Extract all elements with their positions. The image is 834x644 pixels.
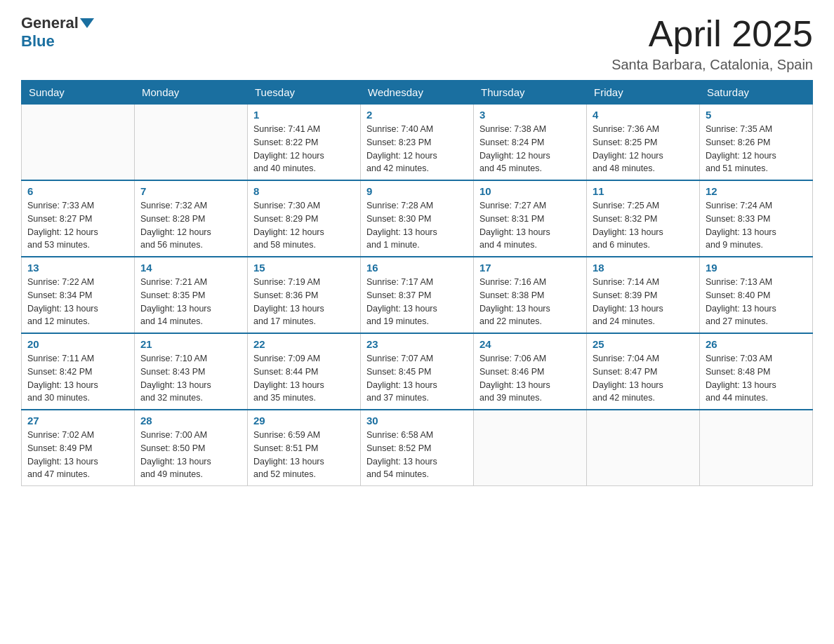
day-number: 19 xyxy=(706,262,807,274)
day-number: 4 xyxy=(593,109,694,121)
day-info: Sunrise: 6:59 AM Sunset: 8:51 PM Dayligh… xyxy=(253,429,355,481)
day-info: Sunrise: 7:22 AM Sunset: 8:34 PM Dayligh… xyxy=(27,276,128,328)
day-number: 12 xyxy=(706,185,807,197)
calendar-header-thursday: Thursday xyxy=(474,81,587,105)
day-number: 23 xyxy=(366,338,468,350)
calendar-cell: 7Sunrise: 7:32 AM Sunset: 8:28 PM Daylig… xyxy=(135,180,248,257)
calendar-cell xyxy=(700,410,813,486)
day-number: 1 xyxy=(253,109,355,121)
calendar-week-row: 1Sunrise: 7:41 AM Sunset: 8:22 PM Daylig… xyxy=(22,105,813,181)
calendar-cell: 23Sunrise: 7:07 AM Sunset: 8:45 PM Dayli… xyxy=(361,333,474,410)
day-info: Sunrise: 7:06 AM Sunset: 8:46 PM Dayligh… xyxy=(479,352,581,405)
calendar-cell: 8Sunrise: 7:30 AM Sunset: 8:29 PM Daylig… xyxy=(248,180,361,257)
day-info: Sunrise: 7:02 AM Sunset: 8:49 PM Dayligh… xyxy=(27,429,128,481)
day-number: 10 xyxy=(479,185,581,197)
day-info: Sunrise: 7:38 AM Sunset: 8:24 PM Dayligh… xyxy=(479,123,581,175)
calendar-cell: 10Sunrise: 7:27 AM Sunset: 8:31 PM Dayli… xyxy=(474,180,587,257)
logo-arrow-icon xyxy=(80,18,94,28)
day-number: 5 xyxy=(706,109,807,121)
day-info: Sunrise: 7:19 AM Sunset: 8:36 PM Dayligh… xyxy=(253,276,355,328)
calendar-cell: 9Sunrise: 7:28 AM Sunset: 8:30 PM Daylig… xyxy=(361,180,474,257)
month-title: April 2025 xyxy=(611,14,813,54)
day-number: 29 xyxy=(253,415,355,427)
calendar-header-monday: Monday xyxy=(135,81,248,105)
day-number: 9 xyxy=(366,185,468,197)
calendar-cell: 11Sunrise: 7:25 AM Sunset: 8:32 PM Dayli… xyxy=(587,180,700,257)
day-info: Sunrise: 7:27 AM Sunset: 8:31 PM Dayligh… xyxy=(479,199,581,252)
calendar-week-row: 27Sunrise: 7:02 AM Sunset: 8:49 PM Dayli… xyxy=(22,410,813,486)
day-number: 2 xyxy=(366,109,468,121)
calendar-table: SundayMondayTuesdayWednesdayThursdayFrid… xyxy=(21,80,813,486)
day-number: 18 xyxy=(593,262,694,274)
day-number: 28 xyxy=(140,415,241,427)
calendar-cell: 18Sunrise: 7:14 AM Sunset: 8:39 PM Dayli… xyxy=(587,257,700,333)
calendar-header-friday: Friday xyxy=(587,81,700,105)
page-header: General Blue April 2025 Santa Barbara, C… xyxy=(21,14,813,73)
calendar-cell: 26Sunrise: 7:03 AM Sunset: 8:48 PM Dayli… xyxy=(700,333,813,410)
day-number: 3 xyxy=(479,109,581,121)
day-number: 21 xyxy=(140,338,241,350)
location-subtitle: Santa Barbara, Catalonia, Spain xyxy=(611,57,813,73)
calendar-cell: 25Sunrise: 7:04 AM Sunset: 8:47 PM Dayli… xyxy=(587,333,700,410)
calendar-cell: 16Sunrise: 7:17 AM Sunset: 8:37 PM Dayli… xyxy=(361,257,474,333)
calendar-header-saturday: Saturday xyxy=(700,81,813,105)
calendar-cell: 24Sunrise: 7:06 AM Sunset: 8:46 PM Dayli… xyxy=(474,333,587,410)
day-info: Sunrise: 7:35 AM Sunset: 8:26 PM Dayligh… xyxy=(706,123,807,175)
day-number: 30 xyxy=(366,415,468,427)
calendar-header-tuesday: Tuesday xyxy=(248,81,361,105)
calendar-cell: 27Sunrise: 7:02 AM Sunset: 8:49 PM Dayli… xyxy=(22,410,135,486)
day-info: Sunrise: 7:28 AM Sunset: 8:30 PM Dayligh… xyxy=(366,199,468,252)
day-number: 17 xyxy=(479,262,581,274)
day-info: Sunrise: 7:04 AM Sunset: 8:47 PM Dayligh… xyxy=(593,352,694,405)
day-number: 14 xyxy=(140,262,241,274)
calendar-cell: 6Sunrise: 7:33 AM Sunset: 8:27 PM Daylig… xyxy=(22,180,135,257)
day-info: Sunrise: 7:25 AM Sunset: 8:32 PM Dayligh… xyxy=(593,199,694,252)
logo: General Blue xyxy=(21,14,95,51)
day-number: 11 xyxy=(593,185,694,197)
calendar-cell: 22Sunrise: 7:09 AM Sunset: 8:44 PM Dayli… xyxy=(248,333,361,410)
calendar-cell: 30Sunrise: 6:58 AM Sunset: 8:52 PM Dayli… xyxy=(361,410,474,486)
calendar-cell: 17Sunrise: 7:16 AM Sunset: 8:38 PM Dayli… xyxy=(474,257,587,333)
calendar-header-wednesday: Wednesday xyxy=(361,81,474,105)
calendar-cell xyxy=(474,410,587,486)
calendar-cell: 20Sunrise: 7:11 AM Sunset: 8:42 PM Dayli… xyxy=(22,333,135,410)
day-number: 16 xyxy=(366,262,468,274)
day-info: Sunrise: 7:30 AM Sunset: 8:29 PM Dayligh… xyxy=(253,199,355,252)
calendar-cell: 21Sunrise: 7:10 AM Sunset: 8:43 PM Dayli… xyxy=(135,333,248,410)
logo-general-text: General xyxy=(21,14,79,32)
day-info: Sunrise: 7:32 AM Sunset: 8:28 PM Dayligh… xyxy=(140,199,241,252)
calendar-cell: 13Sunrise: 7:22 AM Sunset: 8:34 PM Dayli… xyxy=(22,257,135,333)
calendar-cell: 15Sunrise: 7:19 AM Sunset: 8:36 PM Dayli… xyxy=(248,257,361,333)
calendar-cell xyxy=(135,105,248,181)
title-section: April 2025 Santa Barbara, Catalonia, Spa… xyxy=(611,14,813,73)
day-info: Sunrise: 7:03 AM Sunset: 8:48 PM Dayligh… xyxy=(706,352,807,405)
calendar-header-row: SundayMondayTuesdayWednesdayThursdayFrid… xyxy=(22,81,813,105)
day-info: Sunrise: 7:41 AM Sunset: 8:22 PM Dayligh… xyxy=(253,123,355,175)
day-info: Sunrise: 7:09 AM Sunset: 8:44 PM Dayligh… xyxy=(253,352,355,405)
calendar-cell: 14Sunrise: 7:21 AM Sunset: 8:35 PM Dayli… xyxy=(135,257,248,333)
day-info: Sunrise: 7:16 AM Sunset: 8:38 PM Dayligh… xyxy=(479,276,581,328)
calendar-cell: 1Sunrise: 7:41 AM Sunset: 8:22 PM Daylig… xyxy=(248,105,361,181)
calendar-week-row: 20Sunrise: 7:11 AM Sunset: 8:42 PM Dayli… xyxy=(22,333,813,410)
calendar-cell: 4Sunrise: 7:36 AM Sunset: 8:25 PM Daylig… xyxy=(587,105,700,181)
day-info: Sunrise: 7:33 AM Sunset: 8:27 PM Dayligh… xyxy=(27,199,128,252)
calendar-cell: 29Sunrise: 6:59 AM Sunset: 8:51 PM Dayli… xyxy=(248,410,361,486)
calendar-cell: 5Sunrise: 7:35 AM Sunset: 8:26 PM Daylig… xyxy=(700,105,813,181)
day-info: Sunrise: 7:21 AM Sunset: 8:35 PM Dayligh… xyxy=(140,276,241,328)
calendar-cell xyxy=(22,105,135,181)
calendar-cell: 12Sunrise: 7:24 AM Sunset: 8:33 PM Dayli… xyxy=(700,180,813,257)
day-info: Sunrise: 7:13 AM Sunset: 8:40 PM Dayligh… xyxy=(706,276,807,328)
calendar-cell: 28Sunrise: 7:00 AM Sunset: 8:50 PM Dayli… xyxy=(135,410,248,486)
day-number: 15 xyxy=(253,262,355,274)
calendar-cell: 3Sunrise: 7:38 AM Sunset: 8:24 PM Daylig… xyxy=(474,105,587,181)
day-info: Sunrise: 7:24 AM Sunset: 8:33 PM Dayligh… xyxy=(706,199,807,252)
day-number: 6 xyxy=(27,185,128,197)
day-info: Sunrise: 7:07 AM Sunset: 8:45 PM Dayligh… xyxy=(366,352,468,405)
day-number: 20 xyxy=(27,338,128,350)
day-info: Sunrise: 7:11 AM Sunset: 8:42 PM Dayligh… xyxy=(27,352,128,405)
day-info: Sunrise: 7:00 AM Sunset: 8:50 PM Dayligh… xyxy=(140,429,241,481)
calendar-cell xyxy=(587,410,700,486)
day-number: 8 xyxy=(253,185,355,197)
day-number: 22 xyxy=(253,338,355,350)
day-info: Sunrise: 6:58 AM Sunset: 8:52 PM Dayligh… xyxy=(366,429,468,481)
